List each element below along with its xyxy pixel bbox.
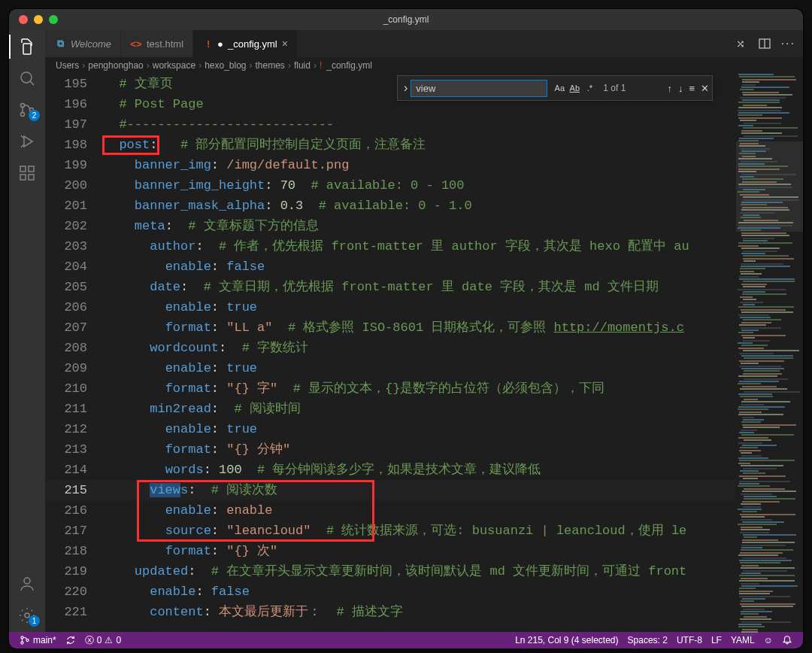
svg-point-9: [25, 613, 29, 618]
tab-test-html[interactable]: <> test.html: [121, 30, 193, 57]
notifications-icon[interactable]: [777, 635, 797, 645]
match-case-icon[interactable]: Aa: [552, 80, 567, 96]
code-line[interactable]: 215 views: # 阅读次数: [45, 480, 735, 500]
code-line[interactable]: 214 words: 100 # 每分钟阅读多少字，如果是技术文章，建议降低: [45, 460, 735, 480]
prev-match-icon[interactable]: ↑: [667, 83, 672, 94]
explorer-icon[interactable]: [18, 38, 36, 56]
warning-icon: ⚠: [105, 635, 113, 645]
find-input[interactable]: [411, 80, 547, 97]
code-line[interactable]: 201 banner_mask_alpha: 0.3 # available: …: [45, 196, 735, 216]
code-line[interactable]: 198 post: # 部分配置同时控制自定义页面，注意备注: [45, 135, 735, 155]
source-control-icon[interactable]: 2: [18, 101, 36, 119]
svg-point-11: [21, 636, 23, 639]
breadcrumb-segment[interactable]: penghonghao: [88, 60, 143, 71]
git-branch[interactable]: main*: [15, 635, 61, 645]
minimap[interactable]: [735, 74, 803, 632]
cursor-position[interactable]: Ln 215, Col 9 (4 selected): [511, 635, 623, 645]
tab-config-yml[interactable]: ! ● _config.yml ×: [193, 30, 298, 57]
regex-icon[interactable]: .*: [582, 80, 597, 96]
code-line[interactable]: 213 format: "{} 分钟": [45, 439, 735, 460]
svg-rect-6: [29, 175, 34, 180]
code-line[interactable]: 202 meta: # 文章标题下方的信息: [45, 216, 735, 236]
minimize-window-button[interactable]: [34, 15, 43, 24]
code-line[interactable]: 205 date: # 文章日期，优先根据 front-matter 里 dat…: [45, 277, 735, 297]
svg-rect-5: [20, 175, 26, 180]
problems[interactable]: ⓧ0 ⚠0: [80, 634, 126, 647]
match-word-icon[interactable]: Ab: [567, 80, 582, 96]
settings-badge: 1: [29, 615, 40, 627]
settings-icon[interactable]: 1: [18, 606, 36, 624]
status-bar: main* ⓧ0 ⚠0 Ln 215, Col 9 (4 selected) S…: [9, 632, 803, 648]
code-line[interactable]: 211 min2read: # 阅读时间: [45, 399, 735, 419]
code-line[interactable]: 200 banner_img_height: 70 # available: 0…: [45, 175, 735, 196]
toggle-replace-icon[interactable]: ›: [401, 81, 411, 95]
html-icon: <>: [130, 38, 142, 50]
maximize-window-button[interactable]: [49, 15, 58, 24]
code-line[interactable]: 218 format: "{} 次": [45, 541, 735, 561]
code-line[interactable]: 199 banner_img: /img/default.png: [45, 155, 735, 175]
accounts-icon[interactable]: [18, 575, 36, 593]
svg-point-12: [21, 642, 23, 644]
sync-icon[interactable]: [61, 635, 80, 645]
next-match-icon[interactable]: ↓: [678, 83, 683, 94]
svg-point-0: [21, 72, 32, 83]
tab-label: test.html: [147, 38, 183, 50]
breadcrumb-segment[interactable]: workspace: [153, 60, 195, 71]
find-count: 1 of 1: [603, 83, 626, 93]
svg-point-2: [21, 113, 25, 117]
svg-point-8: [24, 578, 30, 584]
eol[interactable]: LF: [707, 635, 726, 645]
code-line[interactable]: 209 enable: true: [45, 358, 735, 378]
code-line[interactable]: 217 source: "leancloud" # 统计数据来源，可选: bus…: [45, 521, 735, 541]
close-tab-icon[interactable]: ×: [282, 38, 288, 50]
encoding[interactable]: UTF-8: [672, 635, 707, 645]
feedback-icon[interactable]: ☺: [759, 635, 777, 645]
code-line[interactable]: 204 enable: false: [45, 257, 735, 277]
indent[interactable]: Spaces: 2: [623, 635, 672, 645]
svg-point-1: [21, 104, 25, 108]
close-find-icon[interactable]: ✕: [701, 83, 709, 94]
tab-label: _config.yml: [228, 38, 277, 50]
titlebar: _config.yml: [9, 9, 803, 30]
find-in-selection-icon[interactable]: ≡: [689, 83, 695, 94]
find-widget: › Aa Ab .* 1 of 1 ↑ ↓ ≡ ✕: [397, 75, 713, 101]
code-line[interactable]: 210 format: "{} 字" # 显示的文本，{}是数字的占位符（必须包…: [45, 378, 735, 399]
code-line[interactable]: 208 wordcount: # 字数统计: [45, 338, 735, 358]
breadcrumb[interactable]: Users›penghonghao›workspace›hexo_blog›th…: [45, 57, 803, 74]
code-line[interactable]: 212 enable: true: [45, 419, 735, 439]
breadcrumb-segment[interactable]: fluid: [294, 60, 311, 71]
window-title: _config.yml: [9, 14, 803, 25]
yaml-icon: !: [202, 38, 214, 50]
tab-label: Welcome: [71, 38, 111, 50]
svg-rect-4: [20, 166, 26, 172]
code-line[interactable]: 220 enable: false: [45, 582, 735, 602]
editor-group: ⧉ Welcome <> test.html ! ● _config.yml ×…: [45, 30, 803, 632]
split-editor-icon[interactable]: [759, 38, 771, 50]
scm-badge: 2: [29, 110, 40, 121]
code-line[interactable]: 219 updated: # 在文章开头显示文章更新时间，该时间默认是 md 文…: [45, 561, 735, 582]
yaml-icon: !: [320, 60, 322, 71]
activity-bar: 2 1: [9, 30, 45, 632]
code-line[interactable]: 216 enable: enable: [45, 500, 735, 521]
code-line[interactable]: 206 enable: true: [45, 297, 735, 317]
compare-icon[interactable]: ⤭: [736, 38, 748, 50]
more-actions-icon[interactable]: ···: [781, 37, 795, 50]
svg-point-13: [26, 639, 29, 641]
language-mode[interactable]: YAML: [726, 635, 759, 645]
run-debug-icon[interactable]: [18, 132, 36, 150]
breadcrumb-segment[interactable]: themes: [256, 60, 285, 71]
breadcrumb-segment[interactable]: Users: [56, 60, 79, 71]
code-line[interactable]: 203 author: # 作者，优先根据 front-matter 里 aut…: [45, 236, 735, 257]
search-icon[interactable]: [18, 69, 36, 87]
tab-welcome[interactable]: ⧉ Welcome: [45, 30, 121, 57]
code-line[interactable]: 221 content: 本文最后更新于： # 描述文字: [45, 602, 735, 622]
tab-bar: ⧉ Welcome <> test.html ! ● _config.yml ×…: [45, 30, 803, 57]
code-editor[interactable]: 195 # 文章页196 # Post Page197 #-----------…: [45, 74, 735, 632]
code-line[interactable]: 207 format: "LL a" # 格式参照 ISO-8601 日期格式化…: [45, 317, 735, 338]
extensions-icon[interactable]: [18, 164, 36, 182]
code-line[interactable]: 197 #---------------------------: [45, 114, 735, 135]
error-icon: ⓧ: [85, 634, 94, 647]
breadcrumb-segment[interactable]: hexo_blog: [205, 60, 246, 71]
close-window-button[interactable]: [19, 15, 28, 24]
breadcrumb-segment[interactable]: _config.yml: [326, 60, 372, 71]
